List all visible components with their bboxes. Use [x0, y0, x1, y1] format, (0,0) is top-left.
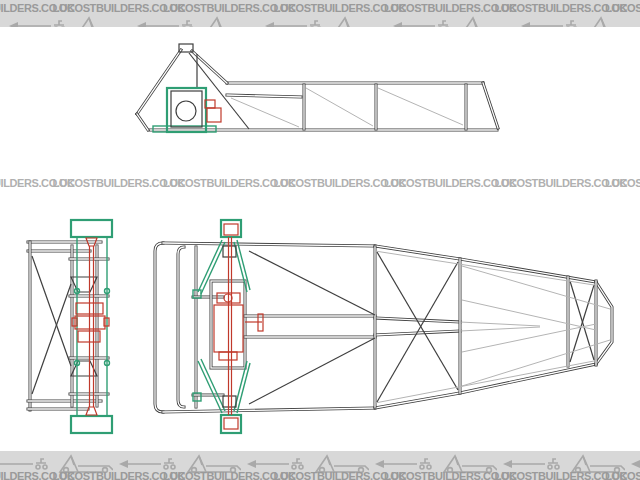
steering-hole [176, 101, 196, 121]
front-tyre-bottom [71, 416, 112, 433]
chassis-drawing [0, 0, 640, 480]
hub-top [223, 246, 236, 257]
front-tyre-top [71, 220, 112, 237]
front-view [28, 220, 112, 433]
hub-bottom [223, 396, 236, 407]
plan-view [155, 220, 612, 433]
side-view [137, 44, 498, 132]
screenshot: LOCOSTBUILDERS.CO.UKLOCOSTBUILDERS.CO.UK… [0, 0, 640, 480]
